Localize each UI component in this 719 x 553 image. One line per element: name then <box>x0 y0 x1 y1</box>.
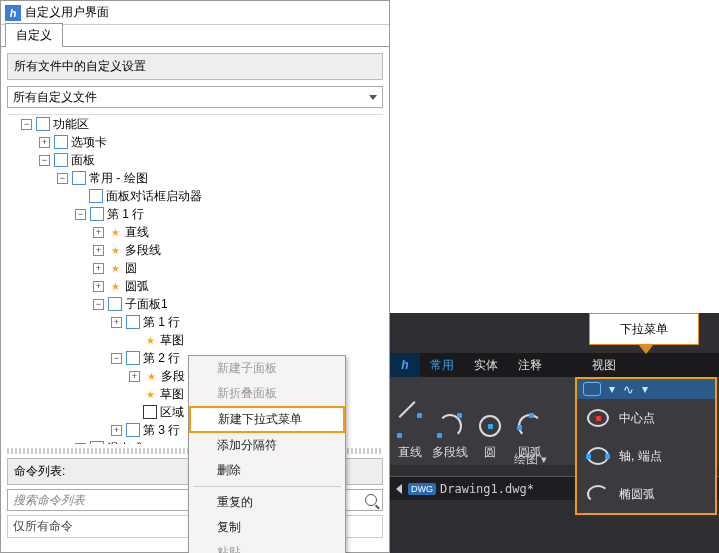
star-icon: ★ <box>108 225 122 239</box>
mi-new-fold-panel[interactable]: 新折叠面板 <box>189 381 345 406</box>
dd-center[interactable]: 中心点 <box>577 399 715 437</box>
tab-customize[interactable]: 自定义 <box>5 23 63 47</box>
star-icon: ★ <box>108 261 122 275</box>
tree-row1b[interactable]: 第 1 行 <box>143 314 180 331</box>
search-icon <box>365 494 377 506</box>
tree-poly2[interactable]: 多段 <box>161 368 185 385</box>
star-icon: ★ <box>143 333 157 347</box>
tree-fnzone[interactable]: 功能区 <box>53 116 89 133</box>
chevron-down-icon: ▾ <box>642 382 648 396</box>
star-icon: ★ <box>143 387 157 401</box>
search-placeholder: 搜索命令列表 <box>13 492 85 509</box>
tree-draft2[interactable]: 草图 <box>160 386 184 403</box>
tree-draft[interactable]: 草图 <box>160 332 184 349</box>
expand-icon[interactable]: + <box>93 263 104 274</box>
dd-ellipse-arc[interactable]: 椭圆弧 <box>577 475 715 513</box>
tree-subpanel1[interactable]: 子面板1 <box>125 296 168 313</box>
ribbon-tab-solid[interactable]: 实体 <box>464 353 508 377</box>
tree-circle[interactable]: 圆 <box>125 260 137 277</box>
cad-preview: 下拉菜单 h 常用 实体 注释 视图 直线 多段线 圆 圆弧 绘图 ▾ 移动 <box>390 313 719 553</box>
triangle-left-icon[interactable] <box>396 484 402 494</box>
title-bar: h 自定义用户界面 <box>1 1 389 25</box>
mi-duplicate[interactable]: 重复的 <box>189 490 345 515</box>
menu-separator <box>193 486 341 487</box>
row-icon <box>90 207 104 221</box>
ribbon-tab-annotate[interactable]: 注释 <box>508 353 552 377</box>
ribbon-tab-common[interactable]: 常用 <box>420 353 464 377</box>
ellipse-arc-icon <box>585 481 611 507</box>
tree-line[interactable]: 直线 <box>125 224 149 241</box>
star-icon: ★ <box>108 279 122 293</box>
combo-label: 所有自定义文件 <box>13 89 97 106</box>
row-icon <box>90 441 104 444</box>
combo-all-files[interactable]: 所有自定义文件 <box>7 86 383 108</box>
ellipse-chip-icon <box>583 382 601 396</box>
ellipse-dropdown: ▾ ∿▾ 中心点 轴, 端点 椭圆弧 <box>575 377 717 515</box>
collapse-icon[interactable]: − <box>75 209 86 220</box>
tree-common-draw[interactable]: 常用 - 绘图 <box>89 170 148 187</box>
ribbon-tabs: h 常用 实体 注释 视图 <box>390 353 719 377</box>
expand-icon[interactable]: + <box>111 425 122 436</box>
row-icon <box>126 423 140 437</box>
star-icon: ★ <box>144 369 158 383</box>
mi-delete[interactable]: 删除 <box>189 458 345 483</box>
mi-new-dropdown[interactable]: 新建下拉式菜单 <box>190 407 344 432</box>
tree-slideout[interactable]: 滑出式 <box>107 440 143 445</box>
window-title: 自定义用户界面 <box>25 4 109 21</box>
circle-icon <box>475 411 505 441</box>
dialog-tabs: 自定义 <box>1 25 389 47</box>
btn-line[interactable]: 直线 <box>390 377 430 465</box>
tree-panel-dialog[interactable]: 面板对话框启动器 <box>106 188 202 205</box>
tree-arc[interactable]: 圆弧 <box>125 278 149 295</box>
tree-row3[interactable]: 第 3 行 <box>143 422 180 439</box>
mi-paste[interactable]: 粘贴 <box>189 540 345 553</box>
row-icon <box>126 351 140 365</box>
mi-new-sub-panel[interactable]: 新建子面板 <box>189 356 345 381</box>
row-icon <box>108 297 122 311</box>
expand-icon[interactable]: + <box>93 227 104 238</box>
app-icon: h <box>5 5 21 21</box>
btn-polyline[interactable]: 多段线 <box>430 377 470 465</box>
dropdown-header[interactable]: ▾ ∿▾ <box>577 379 715 399</box>
star-icon: ★ <box>108 243 122 257</box>
collapse-icon[interactable]: − <box>39 155 50 166</box>
tab-customize-label: 自定义 <box>16 28 52 42</box>
tree-polyline[interactable]: 多段线 <box>125 242 161 259</box>
tree-tabs[interactable]: 选项卡 <box>71 134 107 151</box>
line-icon <box>395 411 425 441</box>
file-name[interactable]: Drawing1.dwg* <box>440 482 534 496</box>
panel-icon <box>89 189 103 203</box>
tree-row2[interactable]: 第 2 行 <box>143 350 180 367</box>
expand-icon[interactable]: + <box>39 137 50 148</box>
dd-axis-end[interactable]: 轴, 端点 <box>577 437 715 475</box>
spline-icon: ∿ <box>623 382 634 397</box>
expand-icon[interactable]: + <box>75 443 86 445</box>
tree-region[interactable]: 区域 <box>160 404 184 421</box>
ribbon-panel-label[interactable]: 绘图 ▾ <box>500 445 561 474</box>
tree-panels[interactable]: 面板 <box>71 152 95 169</box>
callout-dropdown: 下拉菜单 <box>589 313 699 345</box>
row-icon <box>126 315 140 329</box>
context-menu: 新建子面板 新折叠面板 新建下拉式菜单 添加分隔符 删除 重复的 复制 粘贴 <box>188 355 346 553</box>
arc-icon <box>515 411 545 441</box>
folder-icon <box>36 117 50 131</box>
collapse-icon[interactable]: − <box>57 173 68 184</box>
box-icon <box>143 405 157 419</box>
expand-icon[interactable]: + <box>93 281 104 292</box>
expand-icon[interactable]: + <box>93 245 104 256</box>
collapse-icon[interactable]: − <box>21 119 32 130</box>
mi-add-separator[interactable]: 添加分隔符 <box>189 433 345 458</box>
expand-icon[interactable]: + <box>129 371 140 382</box>
dwg-badge-icon: DWG <box>408 483 436 495</box>
mi-copy[interactable]: 复制 <box>189 515 345 540</box>
expand-icon[interactable]: + <box>111 317 122 328</box>
tree-row1[interactable]: 第 1 行 <box>107 206 144 223</box>
collapse-icon[interactable]: − <box>111 353 122 364</box>
folder-icon <box>54 135 68 149</box>
app-logo-icon[interactable]: h <box>390 353 420 377</box>
chevron-down-icon: ▾ <box>609 382 615 396</box>
ribbon-tab-view[interactable]: 视图 <box>582 353 626 377</box>
collapse-icon[interactable]: − <box>93 299 104 310</box>
section-all-settings: 所有文件中的自定义设置 <box>7 53 383 80</box>
chevron-down-icon <box>369 95 377 100</box>
